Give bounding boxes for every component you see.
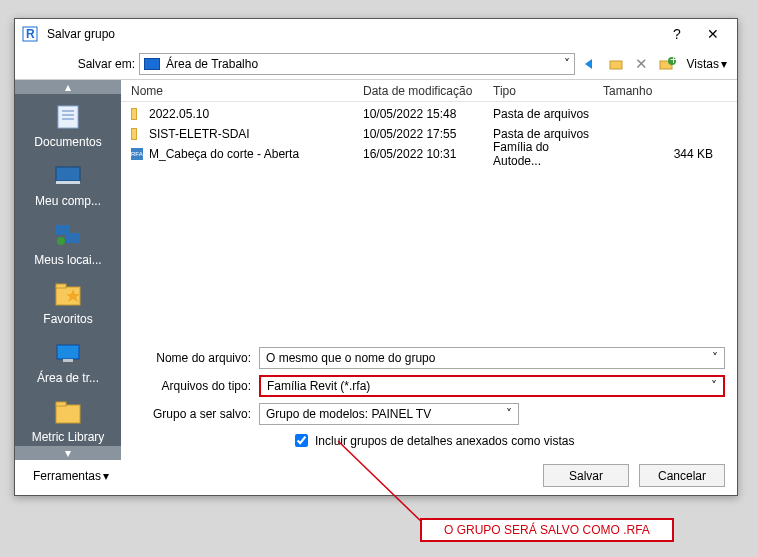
- svg-rect-16: [56, 284, 66, 288]
- tools-dropdown[interactable]: Ferramentas▾: [33, 469, 109, 483]
- fields-area: Nome do arquivo: O mesmo que o nome do g…: [121, 341, 737, 460]
- help-button[interactable]: ?: [659, 20, 695, 48]
- chevron-down-icon: ˅: [712, 351, 718, 365]
- svg-rect-13: [66, 233, 80, 243]
- list-header: Nome Data de modificação Tipo Tamanho: [121, 80, 737, 102]
- svg-rect-11: [56, 181, 80, 184]
- sidebar-item-computer[interactable]: Meu comp...: [15, 157, 121, 216]
- file-date: 16/05/2022 10:31: [357, 147, 487, 161]
- svg-rect-19: [63, 359, 73, 362]
- group-dropdown[interactable]: Grupo de modelos: PAINEL TV˅: [259, 403, 519, 425]
- checkbox-label: Incluir grupos de detalhes anexados como…: [315, 434, 574, 448]
- folder-icon: [51, 397, 85, 427]
- main-area: ▴ Documentos Meu comp... Meus locai... F…: [15, 79, 737, 460]
- col-date[interactable]: Data de modificação: [357, 84, 487, 98]
- file-name: M_Cabeça do corte - Aberta: [143, 147, 357, 161]
- computer-icon: [51, 161, 85, 191]
- group-label: Grupo a ser salvo:: [149, 407, 259, 421]
- delete-icon[interactable]: ✕: [631, 53, 653, 75]
- file-name: 2022.05.10: [143, 107, 357, 121]
- sidebar-item-label: Meu comp...: [17, 194, 119, 208]
- list-item[interactable]: SIST-ELETR-SDAI 10/05/2022 17:55 Pasta d…: [125, 124, 733, 144]
- location-bar: Salvar em: Área de Trabalho ˅ ✕ + Vistas…: [15, 49, 737, 79]
- scroll-up-button[interactable]: ▴: [15, 80, 121, 94]
- col-name[interactable]: Nome: [125, 84, 357, 98]
- sidebar-item-metric-library[interactable]: Metric Library: [15, 393, 121, 452]
- filetype-label: Arquivos do tipo:: [149, 379, 259, 393]
- annotation-callout: O GRUPO SERÁ SALVO COMO .RFA: [420, 518, 674, 542]
- file-type: Família do Autode...: [487, 140, 597, 168]
- file-size: 344 KB: [597, 147, 733, 161]
- svg-rect-18: [57, 345, 79, 359]
- file-type: Pasta de arquivos: [487, 107, 597, 121]
- file-date: 10/05/2022 15:48: [357, 107, 487, 121]
- sidebar-item-desktop[interactable]: Área de tr...: [15, 334, 121, 393]
- chevron-down-icon: ˅: [711, 379, 717, 393]
- close-button[interactable]: ✕: [695, 20, 731, 48]
- documents-icon: [51, 102, 85, 132]
- sidebar-item-documents[interactable]: Documentos: [15, 98, 121, 157]
- save-group-dialog: R Salvar grupo ? ✕ Salvar em: Área de Tr…: [14, 18, 738, 496]
- favorites-icon: [51, 279, 85, 309]
- file-date: 10/05/2022 17:55: [357, 127, 487, 141]
- filename-input[interactable]: O mesmo que o nome do grupo˅: [259, 347, 725, 369]
- sidebar-item-label: Área de tr...: [17, 371, 119, 385]
- svg-text:+: +: [670, 57, 677, 67]
- new-folder-icon[interactable]: +: [657, 53, 679, 75]
- col-size[interactable]: Tamanho: [597, 84, 733, 98]
- path-text: Área de Trabalho: [166, 57, 258, 71]
- back-icon[interactable]: [579, 53, 601, 75]
- sidebar-item-network[interactable]: Meus locai...: [15, 216, 121, 275]
- list-rows[interactable]: 2022.05.10 10/05/2022 15:48 Pasta de arq…: [121, 102, 737, 341]
- file-list: Nome Data de modificação Tipo Tamanho 20…: [121, 80, 737, 460]
- sidebar-item-label: Favoritos: [17, 312, 119, 326]
- dialog-footer: Ferramentas▾ Salvar Cancelar: [15, 460, 737, 495]
- file-type: Pasta de arquivos: [487, 127, 597, 141]
- views-dropdown[interactable]: Vistas▾: [683, 57, 731, 71]
- cancel-button[interactable]: Cancelar: [639, 464, 725, 487]
- sidebar-item-label: Meus locai...: [17, 253, 119, 267]
- folder-icon: [131, 108, 137, 120]
- include-detail-groups-checkbox[interactable]: Incluir grupos de detalhes anexados como…: [291, 431, 725, 450]
- list-item[interactable]: 2022.05.10 10/05/2022 15:48 Pasta de arq…: [125, 104, 733, 124]
- svg-rect-6: [58, 106, 78, 128]
- svg-rect-2: [610, 61, 622, 69]
- chevron-down-icon: ▾: [103, 469, 109, 483]
- places-sidebar: ▴ Documentos Meu comp... Meus locai... F…: [15, 80, 121, 460]
- save-button[interactable]: Salvar: [543, 464, 629, 487]
- revit-icon: R: [21, 25, 39, 43]
- sidebar-item-label: Documentos: [17, 135, 119, 149]
- svg-point-14: [57, 237, 65, 245]
- desktop-icon: [51, 338, 85, 368]
- scroll-down-button[interactable]: ▾: [15, 446, 121, 460]
- network-icon: [51, 220, 85, 250]
- file-name: SIST-ELETR-SDAI: [143, 127, 357, 141]
- chevron-down-icon: ˅: [506, 407, 512, 421]
- svg-rect-10: [56, 167, 80, 181]
- dialog-title: Salvar grupo: [47, 27, 659, 41]
- svg-text:R: R: [26, 27, 35, 41]
- up-folder-icon[interactable]: [605, 53, 627, 75]
- svg-rect-20: [56, 405, 80, 423]
- svg-rect-21: [56, 402, 66, 406]
- filetype-dropdown[interactable]: Família Revit (*.rfa)˅: [259, 375, 725, 397]
- sidebar-item-label: Metric Library: [17, 430, 119, 444]
- desktop-icon: [144, 58, 160, 70]
- rfa-icon: RFA: [131, 148, 143, 160]
- filename-label: Nome do arquivo:: [149, 351, 259, 365]
- path-dropdown[interactable]: Área de Trabalho ˅: [139, 53, 575, 75]
- chevron-down-icon: ▾: [721, 57, 727, 71]
- checkbox-input[interactable]: [295, 434, 308, 447]
- sidebar-item-favorites[interactable]: Favoritos: [15, 275, 121, 334]
- save-in-label: Salvar em:: [75, 57, 135, 71]
- chevron-down-icon: ˅: [564, 57, 570, 71]
- folder-icon: [131, 128, 137, 140]
- titlebar: R Salvar grupo ? ✕: [15, 19, 737, 49]
- list-item[interactable]: RFA M_Cabeça do corte - Aberta 16/05/202…: [125, 144, 733, 164]
- col-type[interactable]: Tipo: [487, 84, 597, 98]
